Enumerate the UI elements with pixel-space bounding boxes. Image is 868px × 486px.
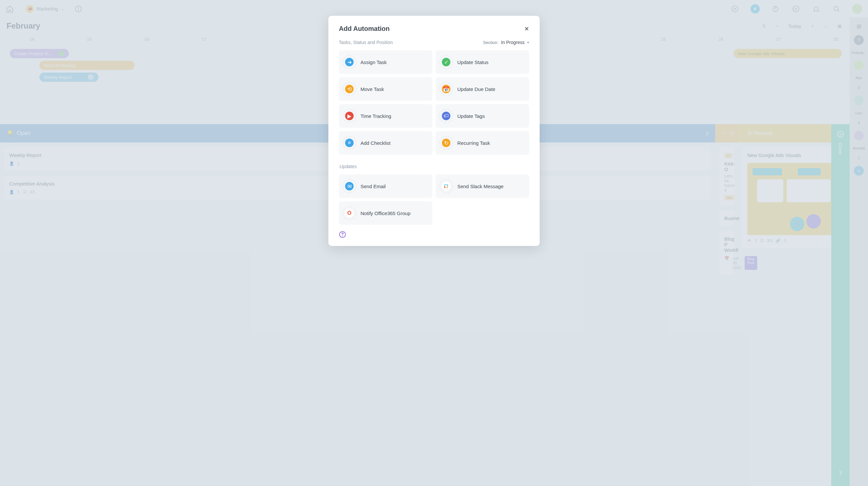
- option-update-due-date[interactable]: 📅 Update Due Date: [436, 77, 529, 101]
- close-icon[interactable]: ✕: [524, 25, 529, 32]
- option-time-tracking[interactable]: ▶ Time Tracking: [339, 104, 432, 128]
- option-move-task[interactable]: ⟲ Move Task: [339, 77, 432, 101]
- option-assign-task[interactable]: ➜ Assign Task: [339, 50, 432, 74]
- section-category: Tasks, Status and Position: [339, 40, 393, 45]
- option-update-tags[interactable]: 🏷 Update Tags: [436, 104, 529, 128]
- section-label: Section:: [483, 40, 498, 45]
- svg-point-18: [342, 236, 343, 236]
- option-add-checklist[interactable]: ≡ Add Checklist: [339, 131, 432, 155]
- option-notify-office365[interactable]: O Notify Office365 Group: [339, 201, 432, 225]
- modal-overlay: Add Automation ✕ Tasks, Status and Posit…: [0, 0, 868, 486]
- section-category: Updates: [340, 164, 529, 169]
- option-send-email[interactable]: ✉ Send Email: [339, 174, 432, 198]
- modal-title: Add Automation: [339, 25, 390, 32]
- option-recurring-task[interactable]: ↻ Recurring Task: [436, 131, 529, 155]
- add-automation-modal: Add Automation ✕ Tasks, Status and Posit…: [329, 16, 539, 246]
- option-send-slack[interactable]: Send Slack Message: [436, 174, 529, 198]
- section-value: In Progress: [501, 40, 525, 45]
- option-update-status[interactable]: ✓ Update Status: [436, 50, 529, 74]
- help-icon[interactable]: [339, 231, 346, 238]
- chevron-down-icon[interactable]: ▾: [527, 40, 529, 45]
